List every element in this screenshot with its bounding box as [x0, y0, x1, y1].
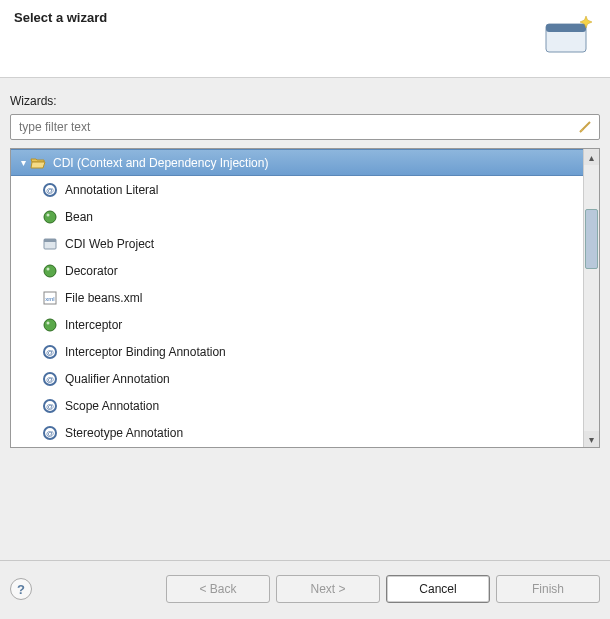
tree-item-label: File beans.xml	[65, 291, 142, 305]
svg-rect-7	[44, 239, 56, 242]
annotation-icon: @	[41, 425, 59, 441]
svg-text:@: @	[46, 375, 54, 384]
dialog-content: Wizards: ▾ CDI (Context and Dependency I…	[0, 78, 610, 448]
svg-point-8	[44, 265, 56, 277]
filter-container	[10, 114, 600, 140]
annotation-icon: @	[41, 344, 59, 360]
svg-text:@: @	[46, 402, 54, 411]
tree-item-label: CDI Web Project	[65, 237, 154, 251]
next-button[interactable]: Next >	[276, 575, 380, 603]
svg-rect-1	[546, 24, 586, 32]
web-icon	[41, 236, 59, 252]
tree-item[interactable]: @Scope Annotation	[11, 392, 583, 419]
tree-item-label: Annotation Literal	[65, 183, 158, 197]
bean-icon	[41, 317, 59, 333]
tree-item[interactable]: Interceptor	[11, 311, 583, 338]
svg-text:@: @	[46, 348, 54, 357]
filter-input[interactable]	[17, 119, 577, 135]
tree-item-label: Scope Annotation	[65, 399, 159, 413]
tree-item[interactable]: @Qualifier Annotation	[11, 365, 583, 392]
svg-point-5	[47, 213, 50, 216]
clear-filter-icon[interactable]	[577, 119, 593, 135]
tree-item-label: Bean	[65, 210, 93, 224]
scroll-thumb[interactable]	[585, 209, 598, 269]
svg-text:xml: xml	[45, 296, 54, 302]
svg-point-4	[44, 211, 56, 223]
dialog-footer: ? < Back Next > Cancel Finish	[0, 560, 610, 619]
wizards-label: Wizards:	[10, 94, 600, 108]
bean-icon	[41, 209, 59, 225]
wizard-banner-icon	[540, 10, 596, 60]
dialog-header: Select a wizard	[0, 0, 610, 78]
tree-item[interactable]: @Annotation Literal	[11, 176, 583, 203]
tree-item[interactable]: Bean	[11, 203, 583, 230]
svg-point-9	[47, 267, 50, 270]
folder-open-icon	[29, 155, 47, 171]
vertical-scrollbar[interactable]: ▴ ▾	[583, 149, 599, 447]
tree-item-label: Decorator	[65, 264, 118, 278]
back-button[interactable]: < Back	[166, 575, 270, 603]
help-icon: ?	[17, 582, 25, 597]
bean-icon	[41, 263, 59, 279]
wizard-tree[interactable]: ▾ CDI (Context and Dependency Injection)…	[11, 149, 583, 447]
tree-item-label: Interceptor Binding Annotation	[65, 345, 226, 359]
tree-item-label: CDI (Context and Dependency Injection)	[53, 156, 268, 170]
scroll-up-icon[interactable]: ▴	[584, 149, 599, 165]
tree-item-label: Stereotype Annotation	[65, 426, 183, 440]
tree-category-cdi[interactable]: ▾ CDI (Context and Dependency Injection)	[11, 149, 583, 176]
annotation-icon: @	[41, 398, 59, 414]
help-button[interactable]: ?	[10, 578, 32, 600]
xml-icon: xml	[41, 290, 59, 306]
tree-item-label: Interceptor	[65, 318, 122, 332]
tree-item[interactable]: xmlFile beans.xml	[11, 284, 583, 311]
button-bar: < Back Next > Cancel Finish	[166, 575, 600, 603]
page-title: Select a wizard	[14, 10, 107, 25]
tree-item-label: Qualifier Annotation	[65, 372, 170, 386]
tree-item[interactable]: @Interceptor Binding Annotation	[11, 338, 583, 365]
finish-button[interactable]: Finish	[496, 575, 600, 603]
tree-item[interactable]: @Stereotype Annotation	[11, 419, 583, 446]
cancel-button[interactable]: Cancel	[386, 575, 490, 603]
scroll-down-icon[interactable]: ▾	[584, 431, 599, 447]
tree-item[interactable]: CDI Web Project	[11, 230, 583, 257]
svg-point-13	[47, 321, 50, 324]
svg-text:@: @	[46, 186, 54, 195]
svg-point-12	[44, 319, 56, 331]
expand-toggle-icon[interactable]: ▾	[17, 157, 29, 168]
annotation-icon: @	[41, 182, 59, 198]
svg-text:@: @	[46, 429, 54, 438]
wizard-tree-container: ▾ CDI (Context and Dependency Injection)…	[10, 148, 600, 448]
tree-item[interactable]: Decorator	[11, 257, 583, 284]
annotation-icon: @	[41, 371, 59, 387]
